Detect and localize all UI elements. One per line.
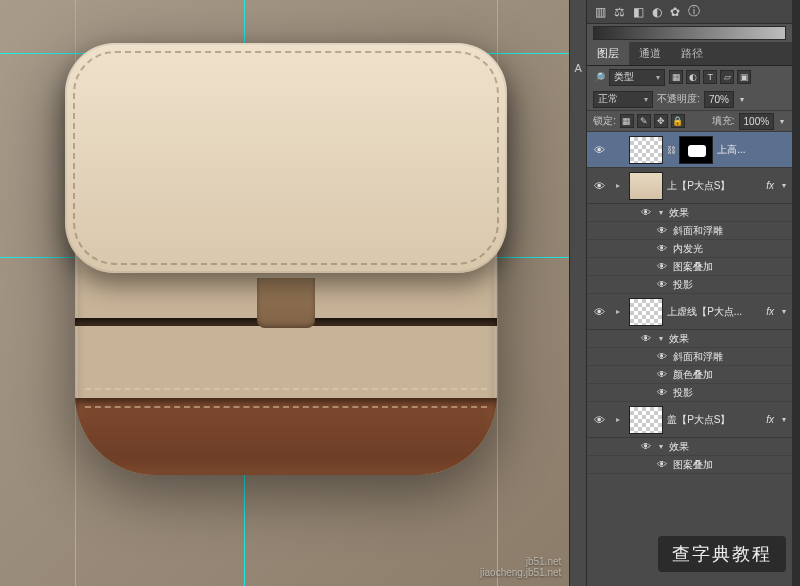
effect-item[interactable]: 👁投影	[587, 276, 792, 294]
chevron-down-icon[interactable]: ▾	[657, 334, 665, 343]
fill-value[interactable]: 100%	[739, 113, 775, 130]
effect-item[interactable]: 👁颜色叠加	[587, 366, 792, 384]
visibility-eye-icon[interactable]: 👁	[655, 242, 669, 256]
filter-adjust-icon[interactable]: ◐	[686, 70, 700, 84]
layer-name[interactable]: 上虚线【P大点...	[667, 305, 762, 319]
effects-header[interactable]: 👁▾效果	[587, 330, 792, 348]
chevron-down-icon[interactable]: ▾	[780, 181, 788, 190]
visibility-eye-icon[interactable]: 👁	[639, 332, 653, 346]
layer-name[interactable]: 盖【P大点S】	[667, 413, 762, 427]
shapes-icon[interactable]: ✿	[670, 5, 680, 19]
visibility-eye-icon[interactable]: 👁	[591, 142, 607, 158]
visibility-eye-icon[interactable]: 👁	[655, 278, 669, 292]
visibility-eye-icon[interactable]: 👁	[591, 412, 607, 428]
visibility-eye-icon[interactable]: 👁	[655, 458, 669, 472]
filter-shape-icon[interactable]: ▱	[720, 70, 734, 84]
info-icon[interactable]: ⓘ	[688, 3, 700, 20]
fx-badge[interactable]: fx	[766, 180, 776, 191]
layer-name[interactable]: 上高...	[717, 143, 788, 157]
effect-item[interactable]: 👁图案叠加	[587, 258, 792, 276]
effect-item[interactable]: 👁投影	[587, 384, 792, 402]
chevron-down-icon[interactable]: ▾	[780, 415, 788, 424]
layer-thumbnail[interactable]	[629, 172, 663, 200]
layer-row[interactable]: 👁▸上虚线【P大点...fx▾	[587, 294, 792, 330]
type-tool-icon[interactable]: A	[570, 60, 586, 76]
chevron-down-icon[interactable]: ▾	[738, 95, 746, 104]
fx-badge[interactable]: fx	[766, 414, 776, 425]
watermark: jb51.net jiaocheng.jb51.net	[480, 556, 561, 578]
histogram-icon[interactable]: ▥	[595, 5, 606, 19]
panels-area: ▥ ⚖ ◧ ◐ ✿ ⓘ 图层 通道 路径 🔎 类型 ▦ ◐ T ▱ ▣ 正常 不…	[587, 0, 792, 586]
effect-item[interactable]: 👁图案叠加	[587, 456, 792, 474]
chevron-down-icon[interactable]: ▾	[780, 307, 788, 316]
lock-row: 锁定: ▦ ✎ ✥ 🔒 填充: 100% ▾	[587, 110, 792, 132]
lock-all-icon[interactable]: 🔒	[671, 114, 685, 128]
lock-move-icon[interactable]: ✥	[654, 114, 668, 128]
effect-item[interactable]: 👁斜面和浮雕	[587, 348, 792, 366]
chevron-down-icon[interactable]: ▾	[657, 442, 665, 451]
layer-thumbnail[interactable]	[629, 406, 663, 434]
filter-kind-dropdown[interactable]: 类型	[609, 69, 665, 86]
expand-toggle[interactable]: ▸	[611, 415, 625, 424]
visibility-eye-icon[interactable]: 👁	[591, 178, 607, 194]
effects-header[interactable]: 👁▾效果	[587, 204, 792, 222]
effect-name: 斜面和浮雕	[673, 224, 792, 238]
visibility-eye-icon[interactable]: 👁	[655, 260, 669, 274]
filter-type-icon[interactable]: T	[703, 70, 717, 84]
expand-toggle[interactable]: ▸	[611, 307, 625, 316]
layer-thumbnail[interactable]	[629, 298, 663, 326]
artwork-icon	[75, 53, 497, 475]
visibility-eye-icon[interactable]: 👁	[655, 368, 669, 382]
watermark-line: jb51.net	[480, 556, 561, 567]
visibility-eye-icon[interactable]: 👁	[639, 206, 653, 220]
mask-link-icon[interactable]: ⛓	[667, 145, 675, 155]
effect-name: 内发光	[673, 242, 792, 256]
layer-row[interactable]: 👁⛓上高...	[587, 132, 792, 168]
layer-row[interactable]: 👁▸上【P大点S】fx▾	[587, 168, 792, 204]
balance-icon[interactable]: ⚖	[614, 5, 625, 19]
fx-badge[interactable]: fx	[766, 306, 776, 317]
opacity-value[interactable]: 70%	[704, 91, 734, 108]
icon-lower-leather	[75, 398, 497, 475]
stitch-line	[85, 388, 487, 390]
expand-toggle[interactable]: ▸	[611, 181, 625, 190]
lock-brush-icon[interactable]: ✎	[637, 114, 651, 128]
layer-row[interactable]: 👁▸盖【P大点S】fx▾	[587, 402, 792, 438]
watermark-line: jiaocheng.jb51.net	[480, 567, 561, 578]
effect-item[interactable]: 👁内发光	[587, 240, 792, 258]
icon-tab	[257, 278, 315, 328]
search-icon[interactable]: 🔎	[593, 72, 605, 83]
visibility-eye-icon[interactable]: 👁	[591, 304, 607, 320]
tab-channels[interactable]: 通道	[629, 42, 671, 65]
document-canvas[interactable]: jb51.net jiaocheng.jb51.net	[0, 0, 569, 586]
tab-layers[interactable]: 图层	[587, 42, 629, 65]
effect-name: 效果	[669, 440, 792, 454]
lock-label: 锁定:	[593, 114, 616, 128]
chevron-down-icon[interactable]: ▾	[778, 117, 786, 126]
effects-header[interactable]: 👁▾效果	[587, 438, 792, 456]
filter-smart-icon[interactable]: ▣	[737, 70, 751, 84]
panel-icon-strip: ▥ ⚖ ◧ ◐ ✿ ⓘ	[587, 0, 792, 24]
visibility-eye-icon[interactable]: 👁	[639, 440, 653, 454]
chevron-down-icon[interactable]: ▾	[657, 208, 665, 217]
layer-name[interactable]: 上【P大点S】	[667, 179, 762, 193]
visibility-eye-icon[interactable]: 👁	[655, 350, 669, 364]
effect-item[interactable]: 👁斜面和浮雕	[587, 222, 792, 240]
blend-row: 正常 不透明度: 70% ▾	[587, 88, 792, 110]
effect-name: 图案叠加	[673, 260, 792, 274]
blend-mode-dropdown[interactable]: 正常	[593, 91, 653, 108]
gradient-preview[interactable]	[593, 26, 786, 40]
adjust-icon[interactable]: ◐	[652, 5, 662, 19]
layer-thumbnail[interactable]	[629, 136, 663, 164]
toolbar-vertical[interactable]: A	[569, 0, 587, 586]
swatch-icon[interactable]: ◧	[633, 5, 644, 19]
panel-tabs: 图层 通道 路径	[587, 42, 792, 66]
lock-transparent-icon[interactable]: ▦	[620, 114, 634, 128]
layers-list[interactable]: 👁⛓上高...👁▸上【P大点S】fx▾👁▾效果👁斜面和浮雕👁内发光👁图案叠加👁投…	[587, 132, 792, 586]
filter-pixel-icon[interactable]: ▦	[669, 70, 683, 84]
tab-paths[interactable]: 路径	[671, 42, 713, 65]
effect-name: 颜色叠加	[673, 368, 792, 382]
visibility-eye-icon[interactable]: 👁	[655, 386, 669, 400]
layer-mask-thumbnail[interactable]	[679, 136, 713, 164]
visibility-eye-icon[interactable]: 👁	[655, 224, 669, 238]
